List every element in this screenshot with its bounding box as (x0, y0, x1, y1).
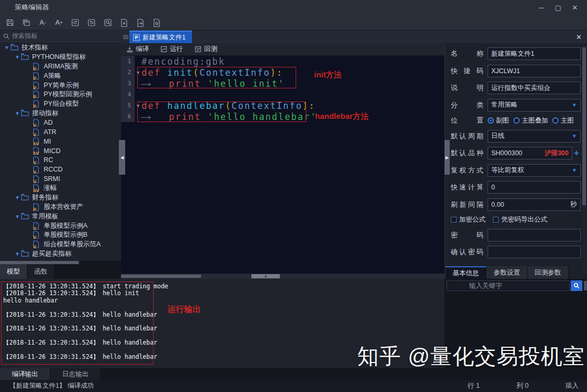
add-symbol-button[interactable]: + (572, 148, 581, 158)
maximize-icon[interactable]: ▢ (552, 3, 564, 12)
tree-item[interactable]: ▼PYTHON模型指标 (0, 53, 121, 62)
tab-编译输出[interactable]: 编译输出 (0, 368, 50, 380)
tree-item[interactable]: VSRMI (0, 174, 121, 184)
tab-函数[interactable]: 函数 (27, 264, 55, 279)
prop-input[interactable]: SH000300沪深300 (488, 147, 572, 159)
prop-input[interactable] (488, 229, 581, 242)
tab-list-icon[interactable] (122, 31, 129, 43)
prop-input[interactable]: 新建策略文件1 (488, 47, 581, 60)
save-icon[interactable] (5, 18, 15, 27)
tab-模型[interactable]: 模型 (0, 264, 27, 279)
prop-value: 等比前复权 (491, 166, 524, 175)
expand-arrow-icon[interactable]: ▼ (3, 45, 11, 51)
checkbox-icon[interactable] (451, 217, 457, 223)
find-icon[interactable] (103, 18, 113, 27)
props-vscrollbar[interactable] (582, 46, 586, 274)
expand-arrow-icon[interactable]: ▼ (14, 54, 21, 60)
expand-arrow-icon[interactable]: ▼ (14, 214, 21, 219)
line-number: 4 (121, 89, 135, 100)
checkbox-icon[interactable] (493, 217, 499, 223)
backtest-button[interactable]: 回测 (195, 45, 217, 54)
expand-arrow-icon[interactable]: ▼ (14, 251, 21, 257)
checkbox-option-凭密码导出公式[interactable]: 凭密码导出公式 (493, 215, 548, 224)
tree-item[interactable]: PA策略 (0, 71, 121, 81)
tree-item[interactable]: VRC (0, 156, 121, 165)
prop-input[interactable]: 运行指数中买卖组合 (488, 82, 581, 94)
indicator-search-input[interactable]: 搜索指标 (0, 31, 121, 42)
tree-item[interactable]: V单股模型示例B (0, 230, 121, 240)
prop-row-位置: 位置副图主图叠加主图 (451, 116, 581, 125)
tree-item[interactable]: ▼技术指标 (0, 43, 121, 53)
code-line[interactable]: 4 (121, 89, 444, 100)
chevron-down-icon[interactable]: ▼ (572, 133, 577, 139)
prop-select[interactable]: 日线▼ (488, 130, 581, 143)
prop-input[interactable]: 0.00秒 (488, 198, 581, 211)
tree-item-label: A策略 (44, 72, 61, 81)
window-controls: ─ ▢ ✕ (535, 3, 587, 12)
font-increase-icon[interactable]: A+ (54, 18, 64, 27)
tree-item[interactable]: ±VMI (0, 137, 121, 146)
search-button[interactable] (571, 280, 582, 291)
radio-option-副图[interactable]: 副图 (488, 116, 509, 125)
code-line[interactable]: 1#encoding:gbk (121, 56, 444, 67)
radio-icon[interactable] (552, 117, 559, 124)
export-doc-icon[interactable] (136, 18, 145, 27)
font-decrease-icon[interactable]: A- (38, 18, 47, 27)
tree-item[interactable]: V单股模型示例A (0, 221, 121, 230)
minimize-icon[interactable]: ─ (535, 3, 547, 12)
compile-button[interactable]: 编译 (126, 45, 149, 54)
prop-input[interactable]: XJCLWJ1 (488, 65, 581, 77)
tree-item[interactable]: VATR (0, 127, 121, 137)
tree-item[interactable]: VAD (0, 118, 121, 127)
tree-item[interactable]: óV涨幅 (0, 184, 121, 193)
radio-option-主图叠加[interactable]: 主图叠加 (513, 116, 548, 125)
tree-item[interactable]: PPY组合模型 (0, 99, 121, 109)
import-doc-icon[interactable] (119, 18, 129, 27)
tree-item[interactable]: ▼超买超卖指标 (0, 249, 121, 259)
radio-icon[interactable] (513, 117, 520, 124)
undo-icon[interactable] (70, 18, 80, 27)
file-icon: V (33, 240, 41, 248)
code-area[interactable]: 1#encoding:gbk2▼def init(ContextInfo):3⟶… (121, 56, 444, 274)
prop-input[interactable]: 0 (488, 181, 581, 194)
sidebar-collapse-handle[interactable]: ◀ (119, 140, 125, 175)
expand-arrow-icon[interactable]: ▼ (14, 110, 21, 116)
compile-icon (126, 46, 133, 53)
chevron-down-icon[interactable]: ▼ (572, 167, 577, 173)
expand-arrow-icon[interactable]: ▼ (14, 195, 21, 200)
splitter-handle[interactable]: ▼ (251, 274, 280, 278)
radio-option-主图[interactable]: 主图 (552, 116, 574, 125)
tree-item[interactable]: PPY简单示例 (0, 81, 121, 90)
tab-基本信息[interactable]: 基本信息 (446, 266, 487, 279)
chevron-down-icon[interactable]: ▼ (572, 102, 577, 108)
tree-item[interactable]: PARIMA预测 (0, 62, 121, 72)
doc-settings-icon[interactable] (152, 18, 161, 27)
prop-select[interactable]: 等比前复权▼ (488, 164, 581, 177)
radio-icon[interactable] (488, 117, 494, 124)
tab-回测参数[interactable]: 回测参数 (528, 266, 569, 279)
folder-icon (21, 194, 29, 202)
save-all-icon[interactable] (22, 18, 31, 27)
checkbox-option-加密公式[interactable]: 加密公式 (451, 215, 485, 224)
tab-new-strategy-file[interactable]: P 新建策略文件1 (129, 31, 192, 43)
run-button[interactable]: 运行 (160, 45, 183, 54)
redo-icon[interactable] (87, 18, 96, 27)
tree-item[interactable]: ▼财务指标 (0, 193, 121, 203)
tree-item[interactable]: VRCCD (0, 165, 121, 174)
prop-input[interactable] (488, 246, 581, 258)
keyword-search-input[interactable]: 输入关键字 (447, 280, 570, 291)
tree-item[interactable]: ▼常用模板 (0, 212, 121, 221)
tree-item[interactable]: P股本营收资产 (0, 203, 121, 212)
editor-hscrollbar[interactable]: ▼ (121, 274, 444, 279)
tab-日志输出[interactable]: 日志输出 (50, 368, 101, 380)
tree-item[interactable]: V组合模型单股示范A (0, 240, 121, 249)
close-icon[interactable]: ✕ (569, 3, 581, 12)
tree-item[interactable]: ▼摆动指标 (0, 109, 121, 118)
tab-参数设置[interactable]: 参数设置 (487, 266, 528, 279)
scrollbar-nub[interactable] (584, 281, 587, 290)
props-collapse-handle[interactable]: ▶ (444, 140, 450, 175)
tree-item[interactable]: PPY模型回测示例 (0, 90, 121, 99)
tree-item[interactable]: ±VMICD (0, 146, 121, 156)
tab-close-icon[interactable]: ✕ (576, 33, 582, 41)
prop-select[interactable]: 常用策略▼ (488, 99, 581, 112)
